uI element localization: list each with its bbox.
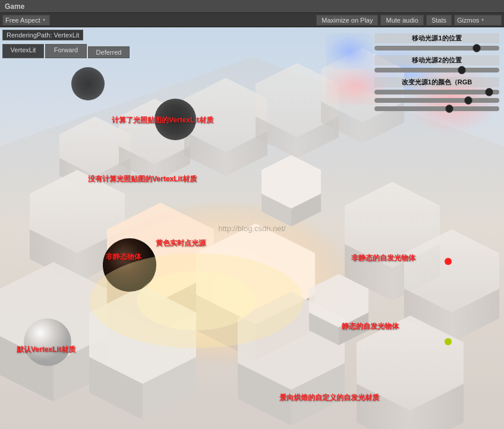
stats-button[interactable]: Stats [426, 15, 452, 26]
title-bar: Game [0, 0, 504, 13]
main-window: Game Free Aspect ▾ Maximize on Play Mute… [0, 0, 504, 429]
light1-color-g-track[interactable] [374, 98, 499, 103]
light2-position-track[interactable] [374, 68, 499, 72]
window-title: Game [5, 2, 24, 11]
vertexlit-button[interactable]: VertexLit [2, 44, 44, 58]
mute-audio-button[interactable]: Mute audio [380, 15, 423, 26]
svg-point-54 [155, 99, 196, 140]
deferred-button[interactable]: Deferred [88, 46, 130, 58]
svg-point-53 [24, 318, 71, 366]
light1-position-slider-group: 移动光源1的位置 [374, 33, 499, 52]
toolbar: Free Aspect ▾ Maximize on Play Mute audi… [0, 13, 504, 27]
light2-position-slider-group: 移动光源2的位置 [374, 55, 499, 74]
light2-position-label: 移动光源2的位置 [374, 55, 499, 65]
light1-color-label: 改变光源1的颜色（RGB [374, 77, 499, 87]
gizmos-label: Gizmos [457, 17, 479, 24]
right-panel: 移动光源1的位置 移动光源2的位置 改变光源1的颜色（RGB [374, 33, 499, 112]
light1-position-thumb[interactable] [472, 44, 481, 52]
aspect-dropdown[interactable]: Free Aspect ▾ [2, 15, 50, 26]
light1-color-r-thumb[interactable] [485, 88, 493, 96]
svg-point-55 [71, 67, 105, 100]
aspect-arrow: ▾ [43, 17, 45, 23]
gizmos-arrow: ▾ [481, 17, 484, 23]
light1-color-b-track[interactable] [374, 106, 499, 111]
render-mode-buttons: VertexLit Forward Deferred [2, 44, 130, 58]
red-dot-indicator [445, 258, 452, 265]
light1-position-label: 移动光源1的位置 [374, 33, 499, 43]
forward-button[interactable]: Forward [45, 44, 87, 58]
light2-position-thumb[interactable] [458, 66, 466, 74]
light1-position-track[interactable] [374, 46, 499, 51]
light1-color-slider-group: 改变光源1的颜色（RGB [374, 77, 499, 112]
light1-color-r-track[interactable] [374, 90, 499, 94]
rendering-path-label: RenderingPath: VertexLit [2, 30, 83, 40]
game-viewport: RenderingPath: VertexLit VertexLit Forwa… [0, 27, 504, 429]
light1-color-g-thumb[interactable] [464, 96, 472, 105]
aspect-label: Free Aspect [5, 17, 40, 24]
yellow-dot-indicator [445, 338, 452, 345]
maximize-on-play-button[interactable]: Maximize on Play [316, 15, 378, 26]
gizmos-dropdown[interactable]: Gizmos ▾ [454, 15, 502, 26]
svg-point-57 [137, 271, 256, 330]
light1-color-b-thumb[interactable] [445, 105, 453, 113]
